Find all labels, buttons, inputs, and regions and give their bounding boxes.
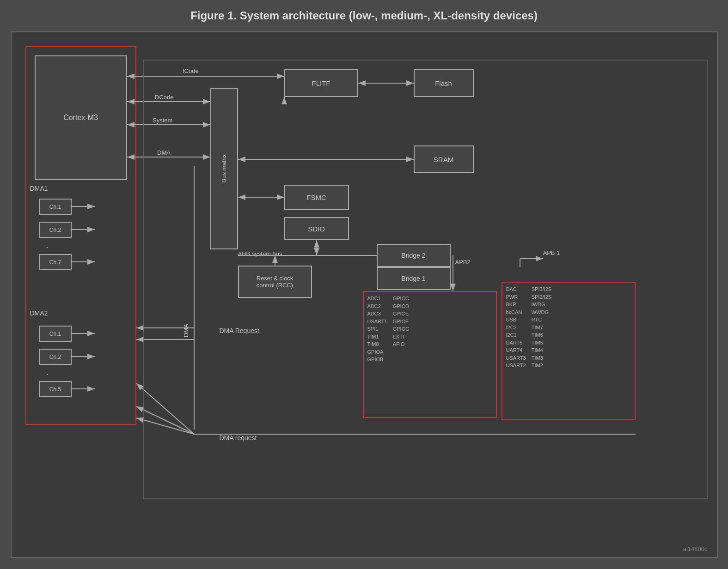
flitf-block: FLITF: [284, 69, 358, 97]
dma1-dot-label: ·: [46, 242, 49, 252]
dma1-ch7-block: Ch.7: [39, 254, 72, 270]
bridge1-block: Bridge 1: [377, 267, 451, 290]
sram-block: SRAM: [414, 145, 474, 173]
svg-text:DCode: DCode: [155, 94, 173, 101]
apb1-peripherals-box: DAC PWR BKP bxCAN USB I2C2 I2C1 UART5 UA…: [502, 282, 636, 420]
apb1-label: APB 1: [543, 249, 560, 256]
dma1-ch2-block: Ch.2: [39, 222, 72, 238]
bus-matrix-block: Bus matrix: [210, 88, 238, 249]
dma1-ch1-block: Ch.1: [39, 199, 72, 215]
page-title: Figure 1. System architecture (low-, med…: [190, 9, 538, 22]
dma-request-lower-label: DMA request: [220, 434, 257, 442]
svg-line-28: [136, 406, 194, 434]
sdio-block: SDIO: [284, 217, 349, 240]
reset-clock-block: Reset & clockcontrol (RCC): [238, 266, 312, 298]
dma-request-upper-label: DMA Request: [220, 327, 259, 334]
apb2-peripherals-box: ADC1 ADC2 ADC3 USART1 SPI1 TIM1 TIM8 GPI…: [363, 291, 497, 418]
bridge2-block: Bridge 2: [377, 244, 451, 267]
dma2-ch1-block: Ch.1: [39, 326, 72, 342]
dma2-ch2-block: Ch.2: [39, 349, 72, 365]
ahb-bus-label: AHB system bus: [238, 250, 282, 257]
apb2-col2: GPIOC GPIOD GPIOE GPIOF GPIOG EXTI AFIO: [393, 295, 410, 414]
flash-block: Flash: [414, 69, 474, 97]
svg-text:DMA: DMA: [157, 149, 171, 156]
diagram-container: Cortex-M3 DMA1 Ch.1 Ch.2 · Ch.7 DMA2 Ch.…: [11, 31, 718, 558]
dma2-ch5-block: Ch.5: [39, 381, 72, 397]
apb2-label: APB2: [455, 259, 471, 266]
footnote: ai14800c: [683, 545, 708, 552]
apb1-col1: DAC PWR BKP bxCAN USB I2C2 I2C1 UART5 UA…: [506, 285, 526, 417]
apb2-col1: ADC1 ADC2 ADC3 USART1 SPI1 TIM1 TIM8 GPI…: [367, 295, 387, 414]
dma2-label: DMA2: [30, 309, 48, 317]
dma-vertical-label: DMA: [183, 254, 190, 337]
dma1-label: DMA1: [30, 185, 48, 192]
apb1-col2: SPI3/I2S SPI2/I2S IWDG WWDG RTC TIM7 TIM…: [532, 285, 551, 417]
svg-line-29: [136, 418, 194, 434]
svg-text:System: System: [153, 117, 172, 124]
fsmc-block: FSMC: [284, 185, 349, 210]
dma2-dot-label: ·: [46, 369, 49, 379]
cortex-m3-block: Cortex-M3: [35, 55, 127, 180]
svg-line-30: [136, 383, 194, 434]
svg-text:ICode: ICode: [183, 67, 199, 74]
